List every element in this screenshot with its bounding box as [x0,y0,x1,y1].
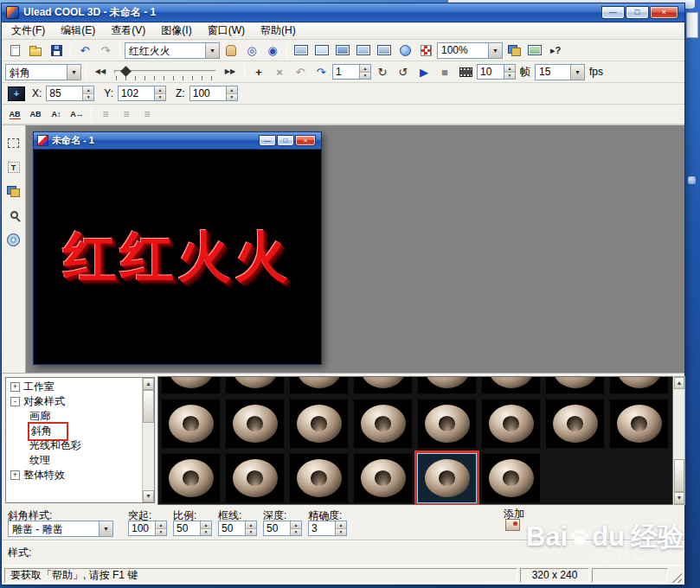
z-value[interactable]: 100 [190,86,226,100]
edit-object-icon[interactable] [4,134,23,152]
gallery-thumbnail[interactable] [545,376,605,394]
next-keyframe-icon[interactable]: ↷ [311,63,331,80]
spinner-up-icon[interactable]: ▲ [360,65,370,73]
chevron-down-icon[interactable]: ▼ [488,43,502,58]
gallery-thumbnail[interactable] [609,376,669,394]
scroll-down-icon[interactable]: ▼ [143,490,154,502]
spinner-up-icon[interactable]: ▲ [336,521,346,529]
scroll-up-icon[interactable]: ▲ [143,378,154,390]
menu-view[interactable]: 查看(V) [103,22,153,40]
gallery-thumbnail[interactable] [545,399,605,449]
timeline-slider[interactable] [114,64,216,80]
window-mode-2-icon[interactable] [312,42,331,59]
reverse-playback-icon[interactable]: ↺ [394,63,413,80]
tree-item-texture[interactable]: 纹理 [6,453,142,468]
gallery-thumbnail[interactable] [481,453,541,503]
previous-keyframe-icon[interactable]: ↶ [291,63,310,80]
scroll-down-icon[interactable]: ▼ [674,492,684,504]
spinner-up-icon[interactable]: ▲ [83,86,93,94]
tree-expander-icon[interactable]: + [10,382,20,392]
insert-graphics-icon[interactable] [4,182,23,201]
attribute-combo[interactable]: 斜角 ▼ [5,64,81,80]
text-tool-icon[interactable]: T [4,158,23,176]
x-value[interactable]: 85 [47,86,82,100]
pan-hand-icon[interactable] [222,42,241,59]
gallery-thumbnail[interactable] [417,399,477,449]
spinner-down-icon[interactable]: ▼ [336,529,346,536]
object-manager-icon[interactable] [504,42,523,59]
media-disc-icon[interactable] [4,231,23,249]
gallery-thumbnail[interactable] [481,399,541,449]
align-center-icon[interactable]: ≡ [117,105,136,123]
delete-keyframe-icon[interactable]: × [270,63,289,80]
spinner-down-icon[interactable]: ▼ [201,529,211,536]
spinner-up-icon[interactable]: ▲ [155,86,165,94]
menu-help[interactable]: 帮助(H) [253,22,304,40]
gallery-thumbnail[interactable] [353,453,413,503]
tree-item-gallery[interactable]: 画廊 [6,409,142,424]
align-left-icon[interactable]: ≡ [96,105,115,123]
move-object-icon[interactable]: + [5,85,28,102]
spinner-up-icon[interactable]: ▲ [227,86,237,94]
gallery-thumbnail[interactable] [161,399,221,449]
doc-close-button[interactable]: × [295,135,316,146]
extrusion-value[interactable]: 100 [129,521,155,535]
scale-spinner[interactable]: 50 ▲▼ [173,521,212,536]
3d-text-object[interactable]: 红红火火 [63,220,292,293]
tree-item-object-style[interactable]: - 对象样式 [6,394,142,409]
spinner-up-icon[interactable]: ▲ [504,65,515,73]
window-mode-4-icon[interactable] [354,42,373,59]
kerning-icon[interactable]: A↔ [67,105,87,123]
menu-image[interactable]: 图像(I) [153,22,199,40]
gallery-thumbnail[interactable] [161,453,221,503]
render-canvas[interactable]: 红红火火 [34,150,321,364]
window-mode-5-icon[interactable] [375,42,394,59]
first-frame-icon[interactable]: ◀◀ [91,63,110,80]
zoom-tool-icon[interactable] [4,207,23,225]
speed-spinner[interactable]: 10 ▲▼ [477,64,516,80]
slider-thumb[interactable] [120,66,132,77]
scrollbar-track[interactable] [674,389,684,492]
total-frames-combo[interactable]: 15 ▼ [535,64,585,80]
spinner-up-icon[interactable]: ▲ [201,521,211,529]
close-button[interactable]: × [650,6,678,19]
spinner-up-icon[interactable]: ▲ [156,521,166,529]
z-spinner[interactable]: 100 ▲▼ [189,86,238,101]
line-spacing-icon[interactable]: A↕ [47,105,66,123]
spinner-up-icon[interactable]: ▲ [291,521,301,529]
doc-minimize-button[interactable]: — [259,135,276,146]
gallery-thumbnail[interactable] [609,399,669,449]
context-help-icon[interactable]: ▸? [546,42,565,59]
scrollbar-thumb[interactable] [674,459,684,492]
frame-value[interactable]: 1 [333,65,359,79]
insert-text-icon[interactable]: AB [5,105,24,123]
spinner-down-icon[interactable]: ▼ [156,529,166,536]
window-mode-3-icon[interactable] [333,42,352,59]
add-keyframe-icon[interactable]: + [249,63,268,80]
gallery-thumbnail[interactable] [353,376,413,394]
orbit-view-icon[interactable]: ◎ [242,42,261,59]
edit-text-icon[interactable]: AB [26,105,45,123]
scrollbar-thumb[interactable] [143,390,154,423]
web-globe-icon[interactable] [395,42,414,59]
new-document-icon[interactable] [5,42,24,59]
depth-value[interactable]: 50 [264,521,290,535]
bevel-style-combo[interactable]: 雕凿 - 雕凿 ▼ [8,521,113,537]
scrollbar-track[interactable] [143,390,154,490]
tree-item-light-color[interactable]: 光线和色彩 [6,438,142,453]
browse-thumbnails-icon[interactable] [525,42,544,59]
border-spinner[interactable]: 50 ▲▼ [218,521,257,536]
loop-playback-icon[interactable]: ↻ [373,63,392,80]
export-video-icon[interactable] [456,63,475,80]
tree-item-studio[interactable]: + 工作室 [6,380,142,394]
document-title-bar[interactable]: 未命名 - 1 — □ × [34,132,321,150]
speed-value[interactable]: 10 [478,65,504,79]
gallery-thumbnail[interactable] [289,399,349,449]
y-spinner[interactable]: 102 ▲▼ [118,86,166,101]
gallery-thumbnail[interactable] [161,376,221,394]
target-view-icon[interactable]: ◉ [263,42,282,59]
tree-expander-icon[interactable]: + [10,470,20,480]
spinner-down-icon[interactable]: ▼ [504,73,515,80]
y-value[interactable]: 102 [119,86,154,100]
gallery-thumbnail[interactable] [225,399,285,449]
